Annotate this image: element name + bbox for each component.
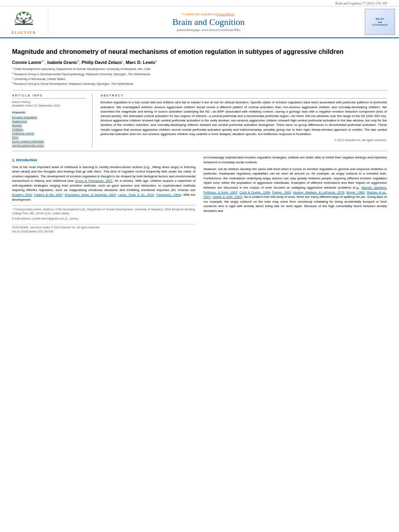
journal-reference: Brain and Cognition 77 (2011) 159–169 — [335, 2, 387, 5]
ref-crick[interactable]: Crick & Dodge, 1996 — [239, 191, 270, 194]
svg-point-10 — [21, 18, 23, 19]
elsevier-tree-icon — [13, 10, 35, 30]
abstract-text: Emotion regulation is a key social skill… — [101, 100, 387, 136]
affil-a: a Child Development Laboratory, Departme… — [12, 67, 387, 71]
body-right-column: of increasingly sophisticated emotion re… — [204, 155, 387, 233]
brain-cognition-logo-box: BRAINandCOGNITION — [365, 9, 395, 35]
affil-c: c University of Minnesota, United States — [12, 77, 387, 81]
keyword-eeg[interactable]: EEG — [12, 136, 86, 139]
svg-point-5 — [19, 13, 21, 15]
affil-d: d Research Group in Social Development, … — [12, 82, 387, 86]
sciencedirect-availability: Contents lists available at ScienceDirec… — [52, 12, 365, 16]
author-philip: Philip David Zelazo — [82, 60, 122, 64]
ref-dodge[interactable]: Dodge, 1991 — [272, 191, 291, 194]
journal-homepage: journal homepage: www.elsevier.com/locat… — [52, 28, 365, 32]
ref-hoving[interactable]: Hoving, Wallace, & LaForme, 1979 — [293, 191, 344, 194]
article-info-column: ARTICLE INFO Article history: Available … — [12, 94, 93, 148]
history-date: Available online 21 September 2011 — [12, 104, 86, 107]
ref-bradley[interactable]: Bradley, 2000 — [12, 193, 32, 197]
article-history: Article history: Available online 21 Sep… — [12, 100, 86, 107]
footer-copyright: 0278-2626/$ - see front matter © 2011 El… — [12, 226, 195, 230]
keyword-anxiety[interactable]: Anxiety — [12, 123, 86, 127]
svg-point-7 — [27, 13, 29, 15]
svg-point-11 — [25, 18, 27, 19]
history-label: Article history: — [12, 100, 86, 104]
author-isabela: Isabela Granic — [47, 60, 77, 64]
article-info-header: ARTICLE INFO — [12, 94, 86, 99]
affil-b: b Research Group in Developmental Psycho… — [12, 72, 387, 76]
sciencedirect-link[interactable]: ScienceDirect — [216, 12, 234, 16]
svg-point-6 — [23, 12, 25, 14]
footnote-corresponding: * Corresponding author. Address: Child D… — [12, 207, 195, 216]
keyword-aggression[interactable]: Aggression — [12, 119, 86, 123]
ref-eisenberg[interactable]: Eisenberg, Hofer, & Vaughan, 2007 — [65, 193, 116, 197]
ref-lewis[interactable]: Lewis, Todd, & Xu, 2010 — [118, 193, 154, 197]
journal-center: Contents lists available at ScienceDirec… — [52, 12, 365, 32]
intro-paragraph-1: One of the most important tasks of child… — [12, 165, 195, 202]
affiliations: a Child Development Laboratory, Departme… — [12, 67, 387, 86]
ref-moyer[interactable]: Moyer, 1968 — [346, 191, 364, 194]
keyword-children[interactable]: Children — [12, 127, 86, 131]
footnote-email: E-mail address: connie.lamm@gmail.com (C… — [12, 217, 195, 221]
article-title: Magnitude and chronometry of neural mech… — [12, 48, 387, 56]
keywords-section: Keywords: Emotion regulation Aggression … — [12, 111, 86, 147]
ref-calkins[interactable]: Calkins & Hill, 2007 — [34, 193, 63, 197]
article-info-abstract-section: ARTICLE INFO Article history: Available … — [12, 90, 387, 151]
author-marc: Marc D. Lewis — [126, 60, 155, 64]
copyright-line: © 2011 Elsevier Inc. All rights reserved… — [101, 138, 387, 142]
keywords-title: Keywords: — [12, 111, 86, 114]
intro-paragraph-3: However, not all children develop the sa… — [204, 167, 387, 214]
ref-vitiello[interactable]: Vitiello & Stoff, 1997 — [212, 195, 241, 199]
brain-cognition-logo-title: BRAINandCOGNITION — [372, 17, 388, 27]
intro-paragraph-2: of increasingly sophisticated emotion re… — [204, 155, 387, 164]
journal-title: Brain and Cognition — [52, 17, 365, 27]
ref-gross-thompson[interactable]: Gross & Thompson, 2007 — [75, 179, 113, 183]
svg-point-9 — [29, 17, 31, 18]
authors-line: Connie Lamma,*, Isabela Granicb, Philip … — [12, 60, 387, 65]
footer-bar: 0278-2626/$ - see front matter © 2011 El… — [12, 224, 195, 234]
main-content: Magnitude and chronometry of neural mech… — [0, 38, 399, 238]
elsevier-logo-area: ELSEVIER — [4, 10, 48, 35]
keyword-inhibitory-control[interactable]: Inhibitory control — [12, 131, 86, 135]
svg-point-8 — [17, 17, 19, 18]
abstract-header: ABSTRACT — [101, 94, 387, 99]
author-connie: Connie Lamm — [12, 60, 41, 64]
body-left-column: 1. Introduction One of the most importan… — [12, 155, 195, 233]
footer-doi: doi:10.1016/j.bandc.2011.06.008 — [12, 230, 195, 234]
ref-thompson[interactable]: Thompson, 1994 — [156, 193, 181, 197]
keyword-ventral-prefrontal[interactable]: Ventral prefrontal cortex — [12, 144, 86, 147]
keyword-emotion-regulation[interactable]: Emotion regulation — [12, 115, 86, 119]
footnotes: * Corresponding author. Address: Child D… — [12, 205, 195, 220]
abstract-column: ABSTRACT Emotion regulation is a key soc… — [101, 94, 387, 148]
keyword-erp[interactable]: Event-related potentials — [12, 140, 86, 143]
elsevier-label: ELSEVIER — [12, 31, 37, 35]
intro-section-title: 1. Introduction — [12, 158, 195, 163]
journal-reference-bar: Brain and Cognition 77 (2011) 159–169 — [0, 0, 399, 6]
article-body: 1. Introduction One of the most importan… — [12, 155, 387, 233]
journal-header: ELSEVIER Contents lists available at Sci… — [0, 6, 399, 38]
